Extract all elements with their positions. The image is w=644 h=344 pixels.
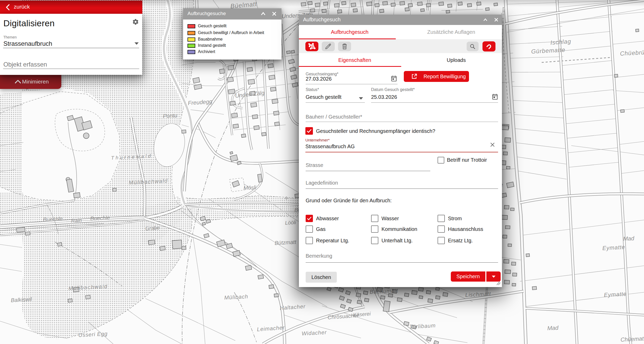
svg-text:Balkiswil: Balkiswil — [11, 296, 32, 303]
svg-text:Rain: Rain — [71, 217, 82, 224]
svg-text:Buechle: Buechle — [90, 215, 110, 222]
svg-text:Ischlag: Ischlag — [550, 38, 571, 46]
svg-text:Pontu: Pontu — [163, 112, 177, 119]
svg-text:Mösli: Mösli — [243, 184, 257, 191]
svg-text:Eymatte: Eymatte — [602, 244, 625, 251]
svg-text:Bi: Bi — [294, 207, 299, 213]
svg-text:Mülibach: Mülibach — [224, 293, 248, 301]
svg-text:Bützmatt: Bützmatt — [274, 239, 297, 246]
svg-text:Lööli: Lööli — [285, 219, 296, 226]
svg-text:Eymatte: Eymatte — [604, 290, 627, 298]
svg-text:Mad: Mad — [623, 235, 635, 242]
svg-text:Buechle: Buechle — [43, 216, 63, 223]
svg-text:Grabe: Grabe — [145, 225, 160, 231]
svg-text:Chüematte: Chüematte — [620, 335, 644, 343]
svg-text:Mad: Mad — [547, 324, 559, 332]
